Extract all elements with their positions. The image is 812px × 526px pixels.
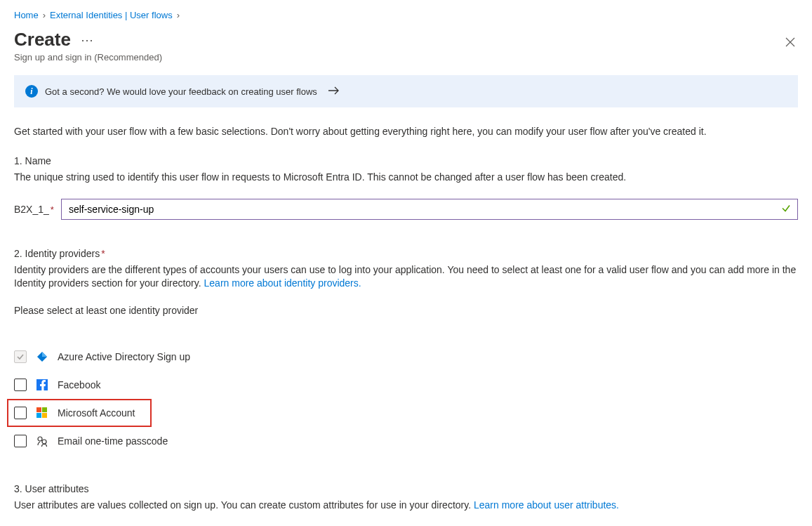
name-prefix-label: B2X_1_* bbox=[14, 204, 54, 215]
breadcrumb-home[interactable]: Home bbox=[14, 10, 39, 20]
page-title: Create bbox=[14, 29, 71, 51]
email-otp-icon bbox=[36, 435, 48, 447]
svg-marker-1 bbox=[42, 352, 47, 357]
idp-item-facebook: Facebook bbox=[14, 371, 798, 399]
required-indicator: * bbox=[51, 204, 54, 215]
chevron-right-icon: › bbox=[43, 10, 46, 20]
required-indicator: * bbox=[101, 248, 105, 259]
arrow-right-icon bbox=[328, 86, 340, 97]
idp-learn-more-link[interactable]: Learn more about identity providers. bbox=[204, 277, 361, 289]
close-icon bbox=[785, 37, 795, 47]
facebook-icon bbox=[36, 379, 48, 390]
section-heading-attrs: 3. User attributes bbox=[14, 483, 798, 494]
svg-point-4 bbox=[42, 440, 46, 444]
name-helper-text: The unique string used to identify this … bbox=[14, 171, 798, 185]
breadcrumb-external-identities[interactable]: External Identities | User flows bbox=[50, 10, 173, 20]
svg-point-3 bbox=[38, 437, 42, 441]
more-actions-button[interactable]: ⋯ bbox=[81, 33, 93, 47]
section-heading-idp: 2. Identity providers* bbox=[14, 248, 798, 259]
name-input[interactable] bbox=[61, 199, 798, 220]
idp-item-email-otp: Email one-time passcode bbox=[14, 427, 798, 455]
page-subtitle: Sign up and sign in (Recommended) bbox=[14, 52, 162, 63]
chevron-right-icon: › bbox=[177, 10, 180, 20]
idp-instruction: Please select at least one identity prov… bbox=[14, 305, 798, 316]
microsoft-icon bbox=[36, 407, 48, 419]
idp-label-email-otp: Email one-time passcode bbox=[58, 435, 168, 447]
feedback-text: Got a second? We would love your feedbac… bbox=[45, 86, 317, 97]
idp-item-microsoft-account: Microsoft Account bbox=[7, 399, 152, 427]
idp-label-microsoft: Microsoft Account bbox=[58, 407, 135, 419]
azure-ad-icon bbox=[36, 351, 48, 362]
idp-item-aad: Azure Active Directory Sign up bbox=[14, 343, 798, 371]
idp-checkbox-microsoft[interactable] bbox=[14, 407, 27, 419]
info-icon: i bbox=[25, 85, 38, 98]
idp-checkbox-aad bbox=[14, 350, 27, 363]
idp-list: Azure Active Directory Sign up Facebook … bbox=[14, 343, 798, 455]
attrs-learn-more-link[interactable]: Learn more about user attributes. bbox=[474, 499, 619, 511]
idp-label-aad: Azure Active Directory Sign up bbox=[58, 351, 190, 362]
intro-text: Get started with your user flow with a f… bbox=[14, 126, 798, 137]
close-button[interactable] bbox=[783, 33, 798, 53]
idp-label-facebook: Facebook bbox=[58, 379, 100, 390]
section-heading-name: 1. Name bbox=[14, 155, 798, 166]
name-input-wrap bbox=[61, 199, 798, 220]
attrs-helper-text: User attributes are values collected on … bbox=[14, 499, 798, 513]
idp-helper-text: Identity providers are the different typ… bbox=[14, 263, 798, 291]
breadcrumb: Home › External Identities | User flows … bbox=[14, 10, 798, 20]
feedback-banner[interactable]: i Got a second? We would love your feedb… bbox=[14, 75, 798, 107]
idp-checkbox-email-otp[interactable] bbox=[14, 435, 27, 447]
idp-checkbox-facebook[interactable] bbox=[14, 379, 27, 391]
